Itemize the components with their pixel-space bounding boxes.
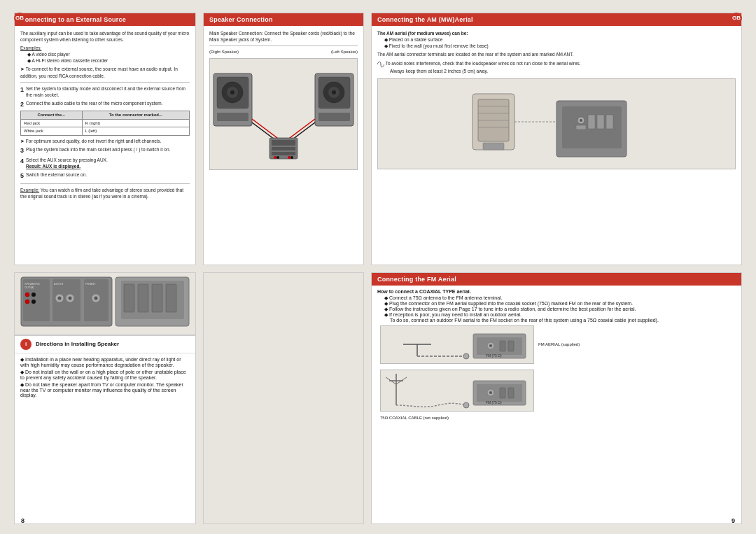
fm-bullet-5: To do so, connect an outdoor FM aerial t…	[390, 318, 736, 323]
svg-point-46	[25, 300, 29, 304]
page: GB GB Connecting to an External Source T…	[0, 0, 756, 534]
am-aerial-diagram	[377, 78, 736, 169]
svg-point-83	[489, 391, 492, 394]
fm-diagrams: FM (75 Ω) FM AERIAL (supplied)	[377, 323, 736, 423]
svg-line-12	[252, 119, 280, 140]
step4-row: 4 Select the AUX source by pressing AUX.…	[20, 157, 190, 169]
svg-rect-5	[217, 113, 248, 121]
examples-label: Examples:	[20, 45, 190, 51]
svg-point-45	[31, 293, 36, 297]
svg-rect-85	[500, 388, 505, 398]
step4-content: Select the AUX source by pressing AUX. R…	[26, 157, 190, 169]
svg-point-71	[489, 344, 492, 347]
fm-aerial-label-row1: FM AERIAL (supplied)	[538, 342, 580, 346]
svg-rect-37	[588, 115, 595, 129]
svg-point-10	[332, 90, 336, 94]
svg-point-53	[69, 297, 72, 300]
svg-rect-60	[124, 284, 134, 312]
am-note-label: The AM aerial (for medium waves) can be:	[377, 30, 736, 36]
fm-bullet-4: ◆ If reception is poor, you may need to …	[384, 312, 736, 318]
speaker-connection-body: Main Speaker Connection: Connect the Spe…	[204, 26, 363, 265]
am-bullet1: ◆ Placed on a stable surface	[384, 36, 736, 43]
fm-diagram-row-2: FM (75 Ω)	[380, 370, 733, 412]
svg-rect-74	[508, 341, 514, 351]
table-row-white-connector: L (left)	[82, 127, 189, 135]
table-header-connector: To the connector marked...	[82, 111, 189, 119]
svg-rect-86	[508, 388, 514, 398]
dir-bullet-3: ◆ Do not take the speaker apart from TV …	[20, 382, 190, 398]
bottom-row: SPEAKERS OUT(A) AUX IN FM A	[14, 272, 742, 525]
gb-badge-left: GB	[14, 13, 25, 24]
svg-line-14	[287, 119, 315, 140]
fm-aerial-header: Connecting the FM Aerial	[372, 273, 741, 286]
system-rear-diagram: SPEAKERS OUT(A) AUX IN FM A	[14, 272, 196, 335]
svg-text:AUX IN: AUX IN	[54, 282, 63, 286]
svg-point-44	[25, 293, 29, 297]
svg-rect-81	[477, 384, 522, 402]
step3-text: Plug the system back into the main socke…	[26, 146, 190, 155]
fm-bullet-3: ◆ Follow the instructions given on Page …	[384, 307, 736, 312]
svg-point-4	[230, 90, 234, 94]
gb-badge-right: GB	[731, 13, 742, 24]
svg-rect-19	[272, 152, 295, 155]
example-final-label: Example: You can watch a film and take a…	[20, 187, 190, 199]
svg-point-67	[463, 353, 469, 359]
step5-row: 5 Switch the external source on.	[20, 171, 190, 181]
example-1: ◆ A video disc player	[27, 51, 190, 57]
connecting-external-panel: Connecting to an External Source The aux…	[14, 13, 196, 265]
svg-rect-30	[483, 143, 504, 150]
svg-point-21	[276, 156, 279, 159]
svg-rect-73	[500, 341, 505, 351]
speaker-diagram	[209, 58, 358, 170]
bottom-left-col: SPEAKERS OUT(A) AUX IN FM A	[14, 272, 196, 525]
note1: ➤ To connect to the external source, the…	[20, 66, 190, 78]
step1-num: 1	[20, 85, 24, 98]
svg-rect-63	[166, 284, 176, 312]
svg-rect-11	[318, 113, 350, 121]
dir-bullet-2: ◆ Do not install on the wall or on a hig…	[20, 370, 190, 380]
directions-panel: i Directions in Installing Speaker ◆ Ins…	[14, 335, 196, 525]
svg-text:OUT(A): OUT(A)	[24, 286, 34, 289]
directions-title: Directions in Installing Speaker	[36, 341, 119, 347]
example-2: ◆ A Hi-Fi stereo video cassette recorder	[27, 57, 190, 64]
svg-rect-38	[597, 115, 604, 129]
fm-section: Connecting the FM Aerial How to connect …	[371, 272, 742, 525]
fm-aerial-supplied-label: FM AERIAL (supplied)	[538, 342, 580, 346]
table-row-red-connector: R (right)	[82, 119, 189, 127]
svg-text:FM ANT: FM ANT	[85, 282, 96, 286]
step4-result: Result: AUX is displayed.	[26, 164, 80, 169]
am-bullet2: ◆ Fixed to the wall (you must first remo…	[384, 43, 736, 49]
step5-num: 5	[20, 171, 24, 181]
step2-num: 2	[20, 100, 24, 109]
svg-text:FM (75 Ω): FM (75 Ω)	[486, 400, 502, 405]
am-always-note: Always keep them at least 2 inches (5 cm…	[390, 68, 736, 74]
svg-point-79	[463, 402, 469, 408]
fm-diagram-row-1: FM (75 Ω) FM AERIAL (supplied)	[380, 325, 733, 364]
directions-body: ◆ Installation in a place near heating a…	[15, 353, 195, 401]
svg-rect-17	[272, 140, 295, 146]
step5-text: Switch the external source on.	[26, 171, 190, 181]
svg-point-35	[580, 119, 582, 122]
step1-text: Set the system to standby mode and disco…	[26, 85, 190, 98]
fm-aerial-supplied-diagram: FM (75 Ω)	[380, 325, 534, 364]
note-sound: ➤ For optimum sound quality, do not inve…	[20, 138, 190, 144]
svg-text:FM (75 Ω): FM (75 Ω)	[486, 353, 502, 358]
connecting-external-header: Connecting to an External Source	[15, 13, 195, 26]
am-connector-note: The AM aerial connector terminals are lo…	[377, 51, 736, 57]
fm-aerial-panel: Connecting the FM Aerial How to connect …	[371, 272, 742, 525]
bottom-mid-col	[203, 272, 364, 525]
am-aerial-body: The AM aerial (for medium waves) can be:…	[372, 26, 741, 265]
fm-coaxial-diagram: FM (75 Ω)	[380, 370, 534, 412]
fm-aerial-body: How to connect a COAXIAL TYPE aerial. ◆ …	[372, 286, 741, 426]
svg-point-51	[58, 297, 62, 300]
dir-bullet-1: ◆ Installation in a place near heating a…	[20, 357, 190, 367]
step3-num: 3	[20, 146, 24, 155]
step4-num: 4	[20, 157, 24, 169]
connection-table: Connect the... To the connector marked..…	[20, 111, 190, 135]
right-speaker-label: (Right Speaker)	[209, 49, 239, 55]
fm-bullet-1: ◆ Connect a 75Ω antenna to the FM antenn…	[384, 295, 736, 301]
svg-rect-39	[606, 115, 613, 129]
step2-text: Connect the audio cable to the rear of t…	[26, 100, 190, 109]
table-row-red-connect: Red jack	[21, 119, 83, 127]
step3-row: 3 Plug the system back into the main soc…	[20, 146, 190, 155]
